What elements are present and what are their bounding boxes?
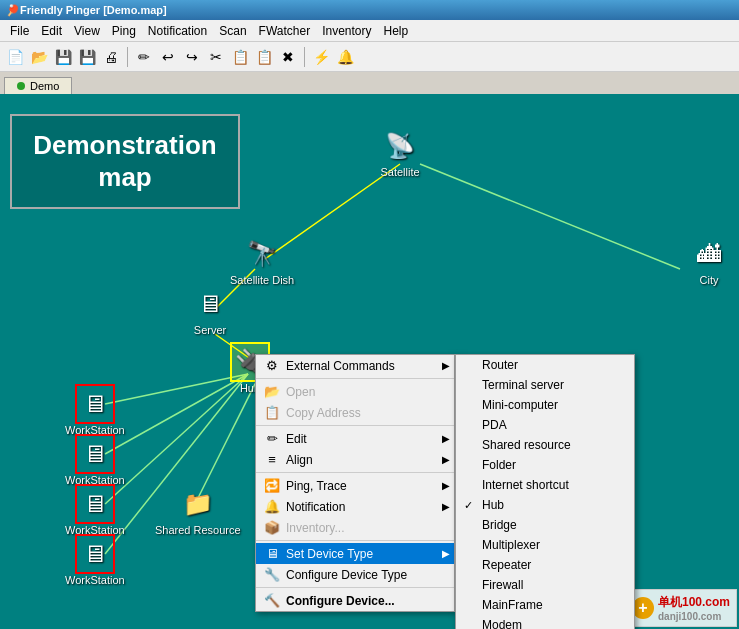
watermark-icon: +: [632, 597, 654, 619]
shared-icon: 📁: [178, 484, 218, 524]
toolbar-delete[interactable]: ✖: [277, 46, 299, 68]
node-satellite-dish[interactable]: 🔭 Satellite Dish: [230, 234, 294, 286]
tab-status-dot: [17, 82, 25, 90]
node-workstation-3[interactable]: 🖥 WorkStation: [65, 484, 125, 536]
ctx-notification[interactable]: 🔔 Notification ▶: [256, 496, 454, 517]
node-workstation-4[interactable]: 🖥 WorkStation: [65, 534, 125, 586]
ws2-icon: 🖥: [75, 434, 115, 474]
menu-bar: File Edit View Ping Notification Scan FW…: [0, 20, 739, 42]
sub-router[interactable]: Router: [456, 355, 634, 375]
tab-label: Demo: [30, 80, 59, 92]
ctx-align-label: Align: [286, 453, 313, 467]
toolbar-new[interactable]: 📄: [4, 46, 26, 68]
ctx-setdev-arrow: ▶: [442, 548, 450, 559]
sub-multiplexer[interactable]: Multiplexer: [456, 535, 634, 555]
node-workstation-2[interactable]: 🖥 WorkStation: [65, 434, 125, 486]
sub-router-label: Router: [482, 358, 518, 372]
shared-label: Shared Resource: [155, 524, 241, 536]
toolbar-ping[interactable]: ⚡: [310, 46, 332, 68]
menu-edit[interactable]: Edit: [35, 22, 68, 40]
sub-bridge-label: Bridge: [482, 518, 517, 532]
map-canvas: Demonstration map 📡 Satellite 🔭 Satellit…: [0, 94, 739, 629]
menu-ping[interactable]: Ping: [106, 22, 142, 40]
ctx-align[interactable]: ≡ Align ▶: [256, 449, 454, 470]
toolbar: 📄 📂 💾 💾 🖨 ✏ ↩ ↪ ✂ 📋 📋 ✖ ⚡ 🔔: [0, 42, 739, 72]
ctx-setdev-label: Set Device Type: [286, 547, 373, 561]
app-icon: 🏓: [6, 4, 20, 17]
ctx-inv-icon: 📦: [264, 520, 280, 535]
ctx-edit[interactable]: ✏ Edit ▶: [256, 428, 454, 449]
toolbar-notify[interactable]: 🔔: [334, 46, 356, 68]
menu-scan[interactable]: Scan: [213, 22, 252, 40]
title-text: Friendly Pinger [Demo.map]: [20, 4, 167, 16]
toolbar-cut[interactable]: ✂: [205, 46, 227, 68]
watermark: + 单机100.com danji100.com: [625, 589, 737, 627]
node-workstation-1[interactable]: 🖥 WorkStation: [65, 384, 125, 436]
sub-folder[interactable]: Folder: [456, 455, 634, 475]
tab-demo[interactable]: Demo: [4, 77, 72, 94]
ctx-copy-icon: 📋: [264, 405, 280, 420]
sub-terminal-server[interactable]: Terminal server: [456, 375, 634, 395]
toolbar-redo[interactable]: ↪: [181, 46, 203, 68]
node-server[interactable]: 🖥 Server: [190, 284, 230, 336]
ctx-ping-icon: 🔁: [264, 478, 280, 493]
ctx-copy-address: 📋 Copy Address: [256, 402, 454, 423]
sub-mini-computer[interactable]: Mini-computer: [456, 395, 634, 415]
sub-firewall[interactable]: Firewall: [456, 575, 634, 595]
toolbar-saveas[interactable]: 💾: [76, 46, 98, 68]
node-shared-resource[interactable]: 📁 Shared Resource: [155, 484, 241, 536]
toolbar-open[interactable]: 📂: [28, 46, 50, 68]
toolbar-undo[interactable]: ↩: [157, 46, 179, 68]
sub-repeater-label: Repeater: [482, 558, 531, 572]
svg-line-3: [105, 374, 248, 404]
toolbar-copy[interactable]: 📋: [229, 46, 251, 68]
ctx-external-commands[interactable]: ⚙ External Commands ▶: [256, 355, 454, 376]
title-bar: 🏓 Friendly Pinger [Demo.map]: [0, 0, 739, 20]
sub-mini-computer-label: Mini-computer: [482, 398, 558, 412]
node-satellite[interactable]: 📡 Satellite: [380, 126, 420, 178]
menu-file[interactable]: File: [4, 22, 35, 40]
satellite-label: Satellite: [380, 166, 419, 178]
ctx-edit-arrow: ▶: [442, 433, 450, 444]
toolbar-edit-mode[interactable]: ✏: [133, 46, 155, 68]
ctx-configure-device[interactable]: 🔨 Configure Device...: [256, 590, 454, 611]
menu-notification[interactable]: Notification: [142, 22, 213, 40]
watermark-text: 单机100.com danji100.com: [658, 594, 730, 622]
toolbar-sep1: [127, 47, 128, 67]
menu-fwatcher[interactable]: FWatcher: [253, 22, 317, 40]
ctx-open: 📂 Open: [256, 381, 454, 402]
sub-pda-label: PDA: [482, 418, 507, 432]
ws3-icon: 🖥: [75, 484, 115, 524]
toolbar-save[interactable]: 💾: [52, 46, 74, 68]
node-city[interactable]: 🏙 City: [689, 234, 729, 286]
ctx-edit-icon: ✏: [264, 431, 280, 446]
satellite-icon: 📡: [380, 126, 420, 166]
sub-terminal-server-label: Terminal server: [482, 378, 564, 392]
ctx-align-arrow: ▶: [442, 454, 450, 465]
sub-shared-resource[interactable]: Shared resource: [456, 435, 634, 455]
sub-bridge[interactable]: Bridge: [456, 515, 634, 535]
sub-repeater[interactable]: Repeater: [456, 555, 634, 575]
sub-pda[interactable]: PDA: [456, 415, 634, 435]
ctx-ping-trace[interactable]: 🔁 Ping, Trace ▶: [256, 475, 454, 496]
ctx-align-icon: ≡: [264, 452, 280, 467]
ctx-configure-device-type[interactable]: 🔧 Configure Device Type: [256, 564, 454, 585]
toolbar-paste[interactable]: 📋: [253, 46, 275, 68]
ws4-label: WorkStation: [65, 574, 125, 586]
tab-bar: Demo: [0, 72, 739, 94]
ctx-copy-label: Copy Address: [286, 406, 361, 420]
sub-multiplexer-label: Multiplexer: [482, 538, 540, 552]
menu-inventory[interactable]: Inventory: [316, 22, 377, 40]
sub-internet-shortcut[interactable]: Internet shortcut: [456, 475, 634, 495]
sub-mainframe[interactable]: MainFrame: [456, 595, 634, 615]
sub-modem[interactable]: Modem: [456, 615, 634, 629]
watermark-line2: danji100.com: [658, 611, 730, 622]
satellite-dish-label: Satellite Dish: [230, 274, 294, 286]
menu-help[interactable]: Help: [378, 22, 415, 40]
ws1-icon: 🖥: [75, 384, 115, 424]
sub-hub[interactable]: ✓ Hub: [456, 495, 634, 515]
sub-shared-label: Shared resource: [482, 438, 571, 452]
toolbar-print[interactable]: 🖨: [100, 46, 122, 68]
ctx-set-device-type[interactable]: 🖥 Set Device Type ▶: [256, 543, 454, 564]
menu-view[interactable]: View: [68, 22, 106, 40]
